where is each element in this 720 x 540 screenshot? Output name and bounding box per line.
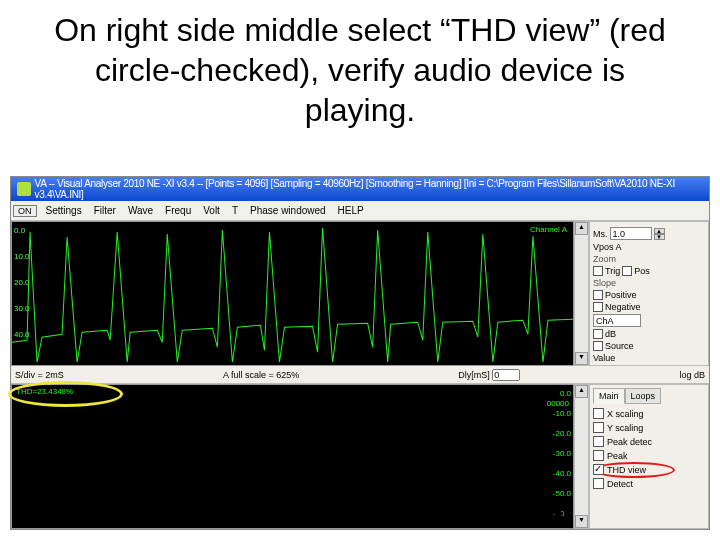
tab-loops[interactable]: Loops	[625, 388, 662, 404]
menu-settings[interactable]: Settings	[43, 205, 85, 216]
scroll-down-icon[interactable]: ▼	[575, 352, 588, 365]
slope-pos-radio[interactable]	[593, 290, 603, 300]
x-scaling-checkbox[interactable]	[593, 408, 604, 419]
log-db-label: log dB	[679, 370, 705, 380]
menu-wave[interactable]: Wave	[125, 205, 156, 216]
tab-main[interactable]: Main	[593, 388, 625, 404]
on-button[interactable]: ON	[13, 205, 37, 217]
vpos-a-label: Vpos A	[593, 242, 622, 252]
zoom-label: Zoom	[593, 254, 616, 264]
scroll-up-icon[interactable]: ▲	[575, 222, 588, 235]
y-scaling-label: Y scaling	[607, 423, 643, 433]
x-scaling-label: X scaling	[607, 409, 644, 419]
slope-pos-label: Positive	[605, 290, 637, 300]
status-right: A full scale = 625%	[223, 370, 299, 380]
menu-phase[interactable]: Phase windowed	[247, 205, 329, 216]
menu-t[interactable]: T	[229, 205, 241, 216]
detect-checkbox[interactable]	[593, 478, 604, 489]
thd-view-label: THD view	[607, 465, 646, 475]
oscilloscope-panel[interactable]: 0.0 10.0 20.0 30.0 40.0 Channel A	[11, 221, 574, 366]
app-icon	[17, 182, 31, 196]
trig-label: Trig	[605, 266, 620, 276]
slope-neg-radio[interactable]	[593, 302, 603, 312]
peak-detec-checkbox[interactable]	[593, 436, 604, 447]
channel-select[interactable]	[593, 314, 641, 327]
slope-neg-label: Negative	[605, 302, 641, 312]
trig-checkbox[interactable]	[593, 266, 603, 276]
y-scaling-checkbox[interactable]	[593, 422, 604, 433]
value-label: Value	[593, 353, 615, 363]
menu-help[interactable]: HELP	[335, 205, 367, 216]
db-checkbox[interactable]	[593, 329, 603, 339]
menu-filter[interactable]: Filter	[91, 205, 119, 216]
ms-spinner[interactable]: ▲▼	[654, 228, 665, 240]
scope-controls-panel: Ms. ▲▼ Vpos A Zoom Trig Pos Slope Positi…	[589, 221, 709, 366]
status-bar: S/div = 2mS A full scale = 625% Dly[mS] …	[11, 366, 709, 384]
menu-volt[interactable]: Volt	[200, 205, 223, 216]
peak-checkbox[interactable]	[593, 450, 604, 461]
scope-scrollbar[interactable]: ▲ ▼	[574, 221, 589, 366]
thd-value-highlight	[8, 381, 123, 407]
dly-input[interactable]	[492, 369, 520, 381]
spectrum-trace	[12, 385, 573, 525]
pos-checkbox[interactable]	[622, 266, 632, 276]
slide-title: On right side middle select “THD view” (…	[0, 0, 720, 138]
thd-view-checkbox[interactable]	[593, 464, 604, 475]
window-title-text: VA -- Visual Analyser 2010 NE -XI v3.4 -…	[35, 178, 703, 200]
menu-bar: ON Settings Filter Wave Frequ Volt T Pha…	[11, 201, 709, 221]
ms-input[interactable]	[610, 227, 652, 240]
dly-label: Dly[mS]	[458, 370, 490, 380]
source-checkbox[interactable]	[593, 341, 603, 351]
spectrum-scrollbar[interactable]: ▲ ▼	[574, 384, 589, 529]
db-label: dB	[605, 329, 616, 339]
spectrum-panel[interactable]: THD=23.4348% 00000 0.0 -10.0 -20.0 -30.0…	[11, 384, 574, 529]
ms-label: Ms.	[593, 229, 608, 239]
app-window: VA -- Visual Analyser 2010 NE -XI v3.4 -…	[10, 176, 710, 530]
slope-label: Slope	[593, 278, 616, 288]
window-titlebar: VA -- Visual Analyser 2010 NE -XI v3.4 -…	[11, 177, 709, 201]
detect-label: Detect	[607, 479, 633, 489]
source-label: Source	[605, 341, 634, 351]
scope-waveform	[12, 222, 573, 362]
spectrum-controls-panel: Main Loops X scaling Y scaling Peak dete…	[589, 384, 709, 529]
peak-detec-label: Peak detec	[607, 437, 652, 447]
peak-label: Peak	[607, 451, 628, 461]
status-left: S/div = 2mS	[15, 370, 64, 380]
menu-frequ[interactable]: Frequ	[162, 205, 194, 216]
scroll-up-icon-2[interactable]: ▲	[575, 385, 588, 398]
pos-label: Pos	[634, 266, 650, 276]
scroll-down-icon-2[interactable]: ▼	[575, 515, 588, 528]
